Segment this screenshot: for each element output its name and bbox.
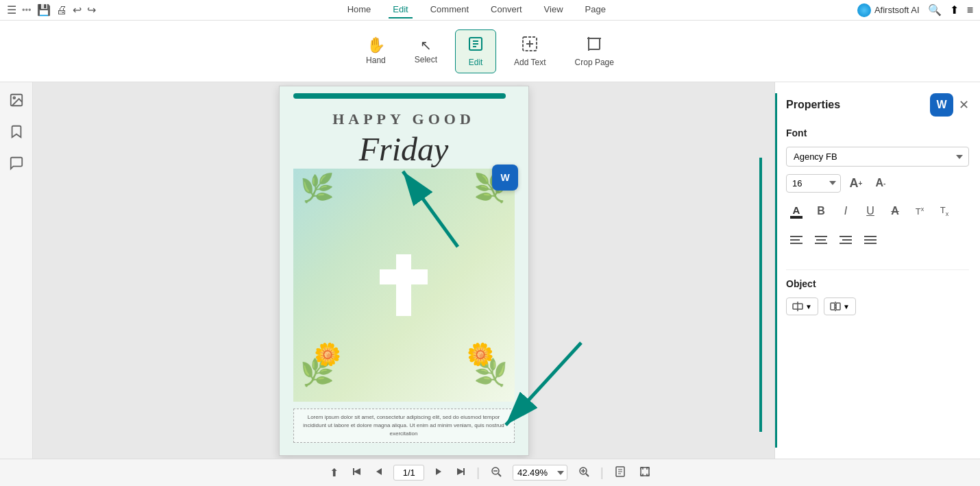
font-grow-button[interactable]: A+ <box>846 173 866 193</box>
top-bar-left: ☰ ••• 💾 🖨 ↩ ↪ <box>7 3 96 16</box>
align-right-button[interactable] <box>835 230 856 250</box>
svg-marker-34 <box>376 468 382 475</box>
upload-icon[interactable]: ⬆ <box>950 3 959 16</box>
redo-icon[interactable]: ↪ <box>87 3 96 16</box>
top-bar-right: Afirstsoft AI 🔍 ⬆ ≡ <box>857 3 973 17</box>
svg-marker-36 <box>457 468 464 475</box>
distribute-object-button[interactable]: ▼ <box>824 297 856 315</box>
select-label: Select <box>415 55 437 64</box>
font-color-button[interactable]: A <box>786 201 807 221</box>
select-tool-button[interactable]: ↖ Select <box>404 33 448 70</box>
font-section: Font Agency FB Arial Times New Roman 16 … <box>786 127 969 264</box>
align-center-button[interactable] <box>811 230 831 250</box>
svg-marker-32 <box>354 468 360 475</box>
cross-horizontal <box>380 269 428 284</box>
more2-icon[interactable]: ≡ <box>967 4 973 16</box>
save-icon[interactable]: 💾 <box>37 3 51 16</box>
italic-button[interactable]: I <box>835 201 856 221</box>
ai-brand[interactable]: Afirstsoft AI <box>857 3 920 17</box>
print-icon[interactable]: 🖨 <box>56 4 67 16</box>
svg-marker-35 <box>436 468 441 475</box>
flower-right: 🌼 <box>467 341 494 367</box>
word-badge[interactable]: W <box>930 93 953 117</box>
format-row: A B I U A Tx Tx <box>786 201 969 221</box>
hand-icon: ✋ <box>367 38 385 53</box>
menu-icon[interactable]: ☰ <box>7 3 16 16</box>
nav-convert[interactable]: Convert <box>487 1 526 19</box>
edit-tool-button[interactable]: Edit <box>455 29 496 73</box>
add-text-label: Add Text <box>514 58 546 67</box>
add-text-tool-button[interactable]: Add Text <box>503 30 556 73</box>
vertical-green-line <box>759 158 762 432</box>
align-justify-button[interactable] <box>860 230 881 250</box>
sidebar-gallery-icon[interactable] <box>5 89 27 111</box>
happy-good-text: HAPPY GOOD <box>321 110 487 128</box>
underline-button[interactable]: U <box>860 201 881 221</box>
svg-line-44 <box>586 474 589 476</box>
panel-title: Properties <box>786 99 840 111</box>
font-size-row: 16 8101214182436 A+ A- <box>786 173 969 193</box>
bold-button[interactable]: B <box>811 201 831 221</box>
left-sidebar <box>0 82 33 459</box>
nav-comment[interactable]: Comment <box>426 1 473 19</box>
edit-icon <box>467 36 484 55</box>
subscript-button[interactable]: Tx <box>934 201 955 221</box>
jump-first-button[interactable]: ⬆ <box>327 463 341 482</box>
canvas-area[interactable]: W HAPPY GOOD Friday 🌿 🌿 🌿 🌿 🌼 🌼 <box>33 82 774 459</box>
fit-page-button[interactable] <box>637 463 653 483</box>
hand-tool-button[interactable]: ✋ Hand <box>355 32 397 71</box>
close-panel-button[interactable]: ✕ <box>959 97 969 112</box>
section-divider <box>786 269 969 270</box>
undo-icon[interactable]: ↩ <box>73 3 82 16</box>
font-shrink-button[interactable]: A- <box>871 173 890 193</box>
next-last-button[interactable] <box>453 464 468 482</box>
top-bar: ☰ ••• 💾 🖨 ↩ ↪ Home Edit Comment Convert … <box>0 0 980 21</box>
friday-text: Friday <box>314 133 494 166</box>
sidebar-bookmark-icon[interactable] <box>5 121 27 143</box>
font-name-select[interactable]: Agency FB Arial Times New Roman <box>786 147 969 167</box>
prev-first-button[interactable] <box>350 464 365 482</box>
progress-bar <box>293 93 506 99</box>
edit-label: Edit <box>469 58 483 67</box>
sidebar-comment-icon[interactable] <box>5 152 27 174</box>
align-left-button[interactable] <box>786 230 807 250</box>
crop-page-tool-button[interactable]: Crop Page <box>564 30 625 73</box>
nav-edit[interactable]: Edit <box>389 1 412 19</box>
svg-point-11 <box>13 97 15 99</box>
page-view-button[interactable] <box>612 463 628 483</box>
panel-left-accent <box>775 93 777 448</box>
zoom-in-button[interactable] <box>576 463 592 483</box>
toolbar: ✋ Hand ↖ Select Edit Add Text <box>0 21 980 82</box>
superscript-button[interactable]: Tx <box>909 201 930 221</box>
align-object-button[interactable]: ▼ <box>786 297 818 315</box>
svg-rect-49 <box>641 467 649 476</box>
crop-page-label: Crop Page <box>575 58 614 67</box>
search-icon[interactable]: 🔍 <box>928 3 942 16</box>
hand-label: Hand <box>366 56 386 65</box>
separator1: | <box>476 465 480 480</box>
cross-vertical <box>396 254 411 316</box>
distribute-object-chevron: ▼ <box>843 303 850 311</box>
more-icon[interactable]: ••• <box>22 5 32 15</box>
flower-left: 🌼 <box>314 341 341 367</box>
panel-header: Properties W ✕ <box>786 93 969 117</box>
nav-home[interactable]: Home <box>343 1 376 19</box>
svg-rect-28 <box>831 303 835 310</box>
prev-button[interactable] <box>373 464 385 482</box>
strikethrough-button[interactable]: A <box>885 201 905 221</box>
nav-page[interactable]: Page <box>581 1 610 19</box>
ai-label: Afirstsoft AI <box>874 5 920 15</box>
page-number-input[interactable] <box>393 465 424 481</box>
zoom-select[interactable]: 42.49% 50%75%100%125% <box>513 465 567 481</box>
cross-symbol <box>380 254 428 316</box>
zoom-out-button[interactable] <box>488 463 504 483</box>
font-size-select[interactable]: 16 8101214182436 <box>786 174 841 193</box>
align-object-chevron: ▼ <box>805 303 812 311</box>
page-document: HAPPY GOOD Friday 🌿 🌿 🌿 🌿 🌼 🌼 <box>279 86 529 456</box>
nav-view[interactable]: View <box>540 1 567 19</box>
word-icon[interactable]: W <box>492 165 518 191</box>
next-button[interactable] <box>432 464 445 482</box>
lorem-ipsum-text: Lorem ipsum dolor sit amet, consectetur … <box>293 409 515 443</box>
leaf-top-left: 🌿 <box>300 172 334 204</box>
bottom-bar: ⬆ | 42.49% 50%75%100%125% | <box>0 459 980 486</box>
